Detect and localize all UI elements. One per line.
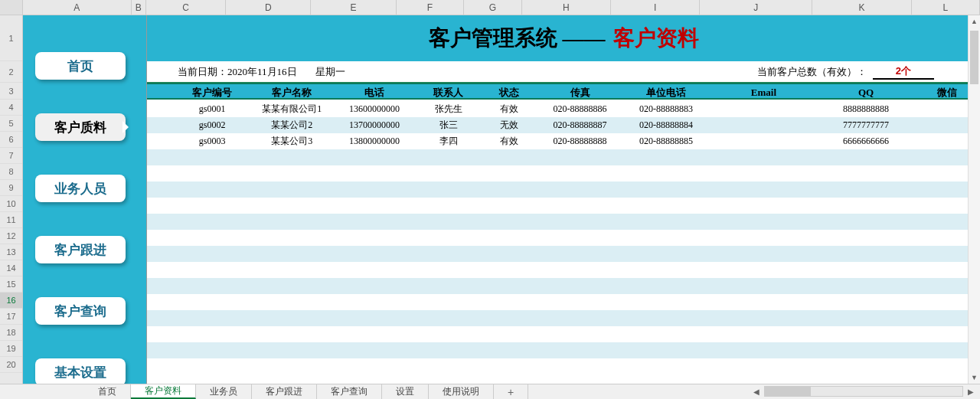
col-header-H[interactable]: H: [522, 0, 611, 15]
sheet-tab[interactable]: 客户跟进: [252, 384, 317, 399]
cell[interactable]: gs0001: [174, 101, 251, 117]
col-header-E[interactable]: E: [311, 0, 396, 15]
cell[interactable]: 020-88888886: [537, 101, 622, 117]
sheet-tab[interactable]: 客户查询: [317, 384, 382, 399]
scroll-left-icon[interactable]: ◀: [750, 388, 763, 396]
empty-row[interactable]: [147, 182, 980, 198]
nav-button-5[interactable]: 基本设置: [35, 358, 126, 386]
nav-button-2[interactable]: 业务人员: [35, 175, 126, 202]
row-header-8[interactable]: 8: [0, 164, 22, 180]
scroll-up-icon[interactable]: ▲: [969, 15, 980, 28]
cell[interactable]: 020-88888888: [537, 133, 622, 149]
empty-row[interactable]: [147, 342, 980, 358]
sheet-tab[interactable]: 首页: [84, 384, 131, 399]
empty-row[interactable]: [147, 294, 980, 310]
empty-row[interactable]: [147, 230, 980, 246]
scroll-thumb-vertical[interactable]: [970, 31, 978, 84]
cell[interactable]: [147, 133, 174, 149]
row-header-9[interactable]: 9: [0, 180, 22, 196]
cell[interactable]: 张三: [416, 117, 482, 133]
cell[interactable]: [709, 133, 818, 149]
cell[interactable]: 13800000000: [333, 133, 416, 149]
empty-row[interactable]: [147, 326, 980, 342]
sheet-tab[interactable]: 客户资料: [131, 384, 196, 399]
row-header-19[interactable]: 19: [0, 341, 22, 357]
col-header-A[interactable]: A: [23, 0, 132, 15]
cell[interactable]: 有效: [481, 133, 537, 149]
cell[interactable]: 某某公司2: [251, 117, 334, 133]
scroll-right-icon[interactable]: ▶: [965, 388, 977, 396]
col-header-G[interactable]: G: [464, 0, 522, 15]
row-header-17[interactable]: 17: [0, 309, 22, 325]
cell[interactable]: gs0002: [174, 117, 251, 133]
cell[interactable]: 8888888888: [818, 101, 914, 117]
row-header-1[interactable]: 1: [0, 15, 22, 61]
scroll-track-horizontal[interactable]: [764, 386, 963, 397]
empty-row[interactable]: [147, 149, 980, 165]
empty-row[interactable]: [147, 165, 980, 182]
cell[interactable]: 张先生: [416, 101, 482, 117]
col-header-C[interactable]: C: [146, 0, 226, 15]
cell[interactable]: 020-88888884: [623, 117, 709, 133]
select-all-corner[interactable]: [0, 0, 23, 15]
table-row[interactable]: gs0001某某有限公司113600000000张先生有效020-8888888…: [147, 101, 980, 117]
table-row[interactable]: gs0002某某公司213700000000张三无效020-8888888702…: [147, 117, 980, 133]
col-header-L[interactable]: L: [912, 0, 980, 15]
table-row[interactable]: gs0003某某公司313800000000李四有效020-8888888802…: [147, 133, 980, 149]
cell[interactable]: [709, 117, 818, 133]
row-header-7[interactable]: 7: [0, 148, 22, 164]
cell[interactable]: 某某有限公司1: [251, 101, 334, 117]
nav-button-3[interactable]: 客户跟进: [35, 236, 126, 263]
col-header-B[interactable]: B: [132, 0, 146, 15]
vertical-scrollbar[interactable]: ▲ ▼: [968, 15, 980, 384]
col-header-K[interactable]: K: [812, 0, 911, 15]
row-header-16[interactable]: 16: [0, 293, 22, 309]
row-header-14[interactable]: 14: [0, 260, 22, 276]
row-header-2[interactable]: 2: [0, 61, 22, 83]
cell[interactable]: 13600000000: [333, 101, 416, 117]
cell[interactable]: gs0003: [174, 133, 251, 149]
cell[interactable]: 某某公司3: [251, 133, 334, 149]
nav-button-1[interactable]: 客户质料: [35, 113, 126, 141]
row-header-15[interactable]: 15: [0, 276, 22, 293]
cell[interactable]: 无效: [481, 117, 537, 133]
empty-row[interactable]: [147, 278, 980, 294]
cell[interactable]: 7777777777: [818, 117, 914, 133]
col-header-D[interactable]: D: [226, 0, 311, 15]
row-header-12[interactable]: 12: [0, 228, 22, 244]
row-header-10[interactable]: 10: [0, 196, 22, 212]
cell[interactable]: 020-88888887: [537, 117, 622, 133]
row-header-20[interactable]: 20: [0, 357, 22, 373]
sheet-content[interactable]: 首页客户质料业务人员客户跟进客户查询基本设置 客户管理系统 —— 客户资料 当前…: [23, 15, 980, 384]
cell[interactable]: [147, 101, 174, 117]
nav-button-0[interactable]: 首页: [35, 52, 126, 80]
cell[interactable]: 020-88888885: [623, 133, 709, 149]
empty-row[interactable]: [147, 262, 980, 278]
empty-row[interactable]: [147, 310, 980, 326]
row-header-11[interactable]: 11: [0, 212, 22, 228]
row-header-6[interactable]: 6: [0, 132, 22, 148]
sheet-tab[interactable]: 设置: [382, 384, 429, 399]
row-header-5[interactable]: 5: [0, 116, 22, 132]
sheet-tab[interactable]: 使用说明: [429, 384, 494, 399]
empty-row[interactable]: [147, 214, 980, 230]
cell[interactable]: 6666666666: [818, 133, 914, 149]
row-header-18[interactable]: 18: [0, 325, 22, 341]
cell[interactable]: 有效: [481, 101, 537, 117]
nav-button-4[interactable]: 客户查询: [35, 297, 126, 325]
row-header-4[interactable]: 4: [0, 100, 22, 116]
empty-row[interactable]: [147, 246, 980, 262]
cell[interactable]: 13700000000: [333, 117, 416, 133]
cell[interactable]: [147, 117, 174, 133]
cell[interactable]: 李四: [416, 133, 482, 149]
empty-row[interactable]: [147, 358, 980, 374]
cell[interactable]: [709, 101, 818, 117]
sheet-tab[interactable]: 业务员: [196, 384, 252, 399]
col-header-F[interactable]: F: [397, 0, 464, 15]
scroll-down-icon[interactable]: ▼: [969, 371, 980, 384]
add-sheet-button[interactable]: +: [494, 384, 528, 399]
row-header-3[interactable]: 3: [0, 83, 22, 100]
empty-row[interactable]: [147, 198, 980, 214]
cell[interactable]: 020-88888883: [623, 101, 709, 117]
scroll-thumb-horizontal[interactable]: [765, 387, 811, 396]
